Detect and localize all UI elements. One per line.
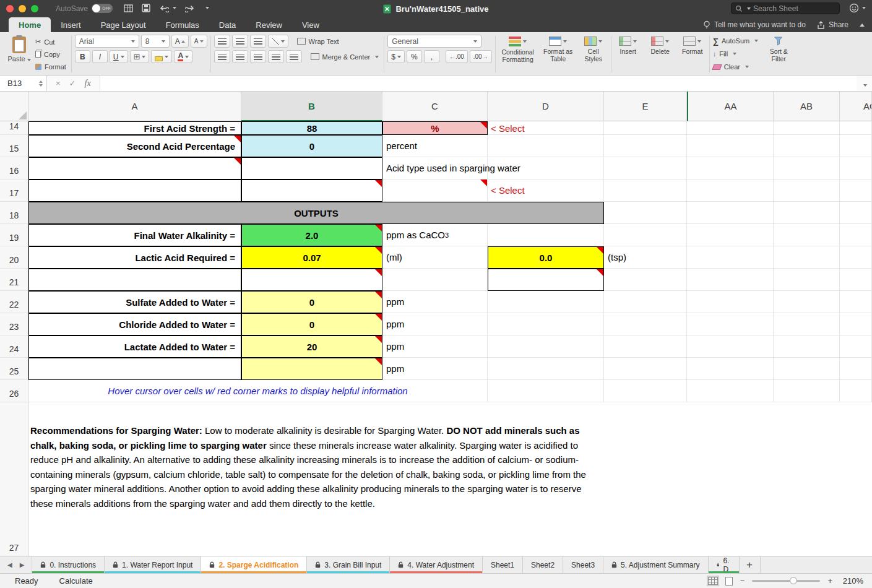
cell-A15[interactable]: Second Acid Percentage	[28, 135, 241, 157]
close-window-button[interactable]	[6, 5, 14, 12]
cell-D21[interactable]	[488, 269, 604, 291]
underline-button[interactable]: U	[110, 50, 128, 63]
align-center-button[interactable]	[232, 50, 248, 63]
cell[interactable]	[840, 246, 872, 269]
cell-outputs-banner[interactable]: OUTPUTS	[28, 202, 604, 224]
cell-B16[interactable]	[241, 157, 382, 179]
cell[interactable]	[687, 179, 774, 202]
format-cells-button[interactable]: Format	[679, 35, 706, 74]
undo-button[interactable]	[159, 4, 176, 12]
formula-cancel-icon[interactable]: ×	[56, 79, 61, 88]
formula-confirm-icon[interactable]: ✓	[69, 79, 76, 88]
sheet-tab-water-report-input[interactable]: 1. Water Report Input	[105, 556, 201, 573]
cell-E20[interactable]: (tsp)	[604, 246, 687, 269]
name-box[interactable]: B13	[0, 76, 47, 91]
cell[interactable]	[840, 179, 872, 202]
cell-C20[interactable]: (ml)	[382, 246, 488, 269]
select-all-corner[interactable]	[0, 92, 28, 121]
autosum-button[interactable]: ∑AutoSum	[713, 35, 759, 47]
minimize-window-button[interactable]	[19, 5, 26, 12]
cell-A23[interactable]: Chloride Added to Water =	[28, 313, 241, 335]
cell[interactable]	[604, 121, 687, 135]
column-header-B[interactable]: B	[241, 92, 382, 121]
cell-C19[interactable]: ppm as CaCO3	[382, 224, 488, 246]
cell[interactable]	[604, 313, 687, 335]
cell-hover-note[interactable]: Hover cursor over cells w/ red corner ma…	[28, 380, 488, 402]
cell-A17[interactable]	[28, 179, 241, 202]
cell[interactable]	[774, 246, 840, 269]
zoom-out-button[interactable]: −	[740, 576, 745, 586]
cell[interactable]	[774, 380, 840, 402]
row-header-21[interactable]: 21	[0, 269, 28, 291]
column-header-C[interactable]: C	[382, 92, 488, 121]
increase-font-size-button[interactable]: A	[171, 35, 189, 48]
conditional-formatting-button[interactable]: Conditional Formatting	[499, 35, 537, 74]
column-header-AA[interactable]: AA	[687, 92, 774, 121]
cell[interactable]	[687, 358, 774, 380]
cell[interactable]	[604, 224, 687, 246]
add-sheet-button[interactable]: +	[740, 556, 761, 573]
format-as-table-button[interactable]: Format as Table	[541, 35, 576, 74]
cell[interactable]	[488, 291, 604, 313]
decrease-font-size-button[interactable]: A	[191, 35, 207, 48]
cell-B20[interactable]: 0.07	[241, 246, 382, 269]
column-header-A[interactable]: A	[28, 92, 241, 121]
cell[interactable]	[840, 202, 872, 224]
cell-A20[interactable]: Lactic Acid Required =	[28, 246, 241, 269]
cell-C14[interactable]: %	[382, 121, 488, 135]
save-icon[interactable]	[142, 4, 150, 12]
cell-A14[interactable]: First Acid Strength =	[28, 121, 241, 135]
cell-B23[interactable]: 0	[241, 313, 382, 335]
cell[interactable]	[774, 269, 840, 291]
align-left-button[interactable]	[214, 50, 230, 63]
cell-B15[interactable]: 0	[241, 135, 382, 157]
cell[interactable]	[840, 291, 872, 313]
normal-view-icon[interactable]	[708, 577, 718, 585]
collapse-ribbon-icon[interactable]	[860, 24, 865, 27]
cell[interactable]	[488, 135, 604, 157]
cell[interactable]	[687, 202, 774, 224]
delete-cells-button[interactable]: Delete	[647, 35, 674, 74]
cell-B21[interactable]	[241, 269, 382, 291]
cell[interactable]	[774, 313, 840, 335]
sheet-nav-right-icon[interactable]: ▶	[20, 561, 25, 568]
cell[interactable]	[840, 157, 872, 179]
cell-A21[interactable]	[28, 269, 241, 291]
increase-indent-button[interactable]	[286, 50, 302, 63]
sort-filter-button[interactable]: Sort & Filter	[764, 35, 793, 74]
row-header-23[interactable]: 23	[0, 313, 28, 335]
cell[interactable]	[687, 157, 774, 179]
fill-button[interactable]: ↓Fill	[713, 48, 759, 60]
cell-C25[interactable]: ppm	[382, 358, 488, 380]
cell[interactable]	[488, 224, 604, 246]
feedback-button[interactable]	[849, 3, 866, 13]
cell[interactable]	[687, 335, 774, 358]
cell[interactable]	[840, 313, 872, 335]
orientation-button[interactable]	[268, 35, 288, 48]
zoom-level[interactable]: 210%	[840, 576, 863, 586]
status-calculate[interactable]: Calculate	[59, 576, 93, 586]
row-header-14[interactable]: 14	[0, 121, 28, 135]
cell-C22[interactable]: ppm	[382, 291, 488, 313]
sheet-tab-water-adjustment[interactable]: 4. Water Adjustment	[390, 556, 483, 573]
cell-C21[interactable]	[382, 269, 488, 291]
cell[interactable]	[488, 335, 604, 358]
sheet-tab-sheet2[interactable]: Sheet2	[523, 556, 563, 573]
cell-C24[interactable]: ppm	[382, 335, 488, 358]
row-header-22[interactable]: 22	[0, 291, 28, 313]
search-input[interactable]: Search Sheet	[731, 2, 840, 14]
merge-center-button[interactable]: Merge & Center	[309, 51, 381, 63]
cell[interactable]	[604, 179, 687, 202]
cell-B25[interactable]	[241, 358, 382, 380]
tab-insert[interactable]: Insert	[51, 17, 91, 32]
cell[interactable]	[840, 335, 872, 358]
zoom-slider[interactable]	[752, 580, 820, 582]
fill-color-button[interactable]	[151, 50, 172, 63]
cell[interactable]	[687, 269, 774, 291]
cell[interactable]	[687, 224, 774, 246]
view-grid-icon[interactable]	[124, 4, 133, 12]
sheet-tab-adjustment-summary[interactable]: 5. Adjustment Summary	[603, 556, 708, 573]
sheet-tab-instructions[interactable]: 0. Instructions	[32, 556, 105, 573]
tab-data[interactable]: Data	[209, 17, 246, 32]
row-header-18[interactable]: 18	[0, 202, 28, 224]
